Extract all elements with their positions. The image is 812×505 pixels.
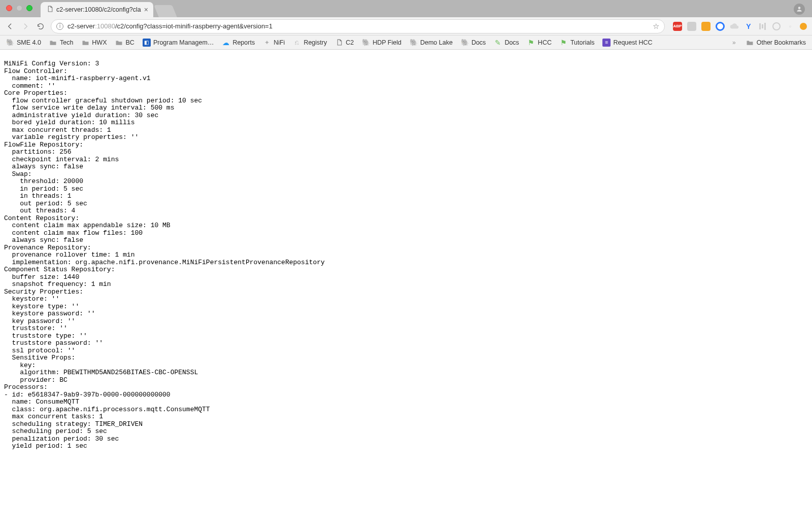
forward-button[interactable]	[20, 21, 30, 31]
bookmarks-bar: 🐘SME 4.0TechHWXBC◧Program Managem…☁Repor…	[0, 35, 812, 50]
toolbar: i c2-server:10080/c2/config?class=iot-mi…	[0, 17, 812, 35]
list-icon: ≡	[602, 39, 611, 47]
bookmark-item[interactable]: ⚑HCC	[527, 39, 552, 47]
new-tab-button[interactable]	[154, 5, 177, 17]
bookmark-item[interactable]: ⎌Registry	[293, 39, 327, 47]
tutorials-icon: ⚑	[560, 39, 568, 47]
extension-icons: ABP Y ◦	[670, 22, 807, 31]
reload-button[interactable]	[36, 21, 46, 31]
page-icon	[47, 6, 53, 14]
tab-close-button[interactable]: ×	[144, 6, 148, 14]
bookmark-item[interactable]: ⚑Tutorials	[560, 39, 594, 47]
bookmark-label: SME 4.0	[17, 39, 41, 46]
maximize-window-button[interactable]	[26, 5, 32, 11]
bookmark-item[interactable]: HWX	[81, 39, 107, 47]
tab-title: c2-server:10080/c2/config?cla	[56, 6, 141, 13]
bookmark-label: Tutorials	[570, 39, 594, 46]
bookmark-label: Reports	[232, 39, 255, 46]
close-window-button[interactable]	[6, 5, 12, 11]
extension-icon[interactable]	[687, 22, 696, 31]
elephant-icon: 🐘	[6, 39, 14, 47]
other-bookmarks[interactable]: Other Bookmarks	[746, 39, 806, 47]
bookmark-star-icon[interactable]: ☆	[653, 22, 659, 31]
bookmark-item[interactable]: Tech	[49, 39, 73, 47]
bookmark-label: Docs	[471, 39, 486, 46]
browser-tab[interactable]: c2-server:10080/c2/config?cla ×	[41, 2, 153, 17]
file-icon	[335, 39, 343, 47]
overflow-icon[interactable]: »	[732, 39, 735, 46]
extension-icon[interactable]	[716, 22, 725, 31]
svg-point-0	[798, 7, 801, 9]
folder-icon	[115, 39, 123, 47]
bookmark-item[interactable]: 🐘Docs	[461, 39, 486, 47]
extension-icon[interactable]	[772, 22, 781, 30]
bookmark-item[interactable]: 🐘HDP Field	[362, 39, 401, 47]
tab-strip: c2-server:10080/c2/config?cla ×	[0, 0, 812, 17]
bookmark-label: NiFi	[274, 39, 285, 46]
elephant-icon: 🐘	[410, 39, 418, 47]
cloud-icon: ☁	[222, 39, 230, 47]
bookmark-item[interactable]: ✎Docs	[494, 39, 519, 47]
adblock-extension-icon[interactable]: ABP	[673, 22, 682, 31]
bookmark-label: C2	[346, 39, 354, 46]
elephant-icon: 🐘	[461, 39, 469, 47]
bookmark-label: HWX	[92, 39, 107, 46]
bookmark-label: HDP Field	[373, 39, 401, 46]
bookmark-item[interactable]: ☁Reports	[222, 39, 255, 47]
bookmark-item[interactable]: ≡Request HCC	[602, 39, 652, 47]
bookmark-label: Request HCC	[613, 39, 652, 46]
bookmark-item[interactable]: C2	[335, 39, 354, 47]
folder-icon	[49, 39, 57, 47]
app-icon: ◧	[143, 39, 151, 47]
registry-icon: ⎌	[293, 39, 301, 47]
bookmark-item[interactable]: BC	[115, 39, 134, 47]
nifi-icon: ✦	[263, 39, 271, 47]
url-text: c2-server:10080/c2/config?class=iot-mini…	[67, 22, 273, 30]
bookmark-label: HCC	[538, 39, 552, 46]
bookmark-label: BC	[126, 39, 134, 46]
folder-icon	[81, 39, 89, 47]
bookmark-label: Demo Lake	[420, 39, 453, 46]
page-body-text: MiNiFi Config Version: 3 Flow Controller…	[0, 56, 812, 454]
minimize-window-button[interactable]	[16, 5, 22, 11]
address-bar[interactable]: i c2-server:10080/c2/config?class=iot-mi…	[51, 19, 665, 33]
extension-icon[interactable]	[701, 22, 710, 31]
extension-icon[interactable]: ◦	[786, 22, 795, 31]
back-button[interactable]	[5, 21, 15, 31]
docs-icon: ✎	[494, 39, 502, 47]
bookmark-label: Docs	[504, 39, 519, 46]
bookmark-label: Tech	[60, 39, 73, 46]
bookmark-item[interactable]: ✦NiFi	[263, 39, 285, 47]
window-controls	[6, 5, 32, 11]
elephant-icon: 🐘	[362, 39, 370, 47]
hcc-icon: ⚑	[527, 39, 535, 47]
site-info-icon[interactable]: i	[56, 23, 63, 30]
bookmark-item[interactable]: 🐘Demo Lake	[410, 39, 453, 47]
extension-icon[interactable]: Y	[744, 22, 753, 31]
bookmark-item[interactable]: 🐘SME 4.0	[6, 39, 41, 47]
extension-icon[interactable]	[730, 22, 739, 31]
bookmark-label: Program Managem…	[153, 39, 214, 46]
profile-button[interactable]	[794, 4, 805, 15]
bookmark-label: Registry	[303, 39, 327, 46]
other-bookmarks-label: Other Bookmarks	[757, 39, 806, 46]
browser-chrome: c2-server:10080/c2/config?cla × i c2-ser…	[0, 0, 812, 50]
extension-icon[interactable]	[800, 23, 807, 30]
folder-icon	[746, 39, 754, 47]
bookmark-item[interactable]: ◧Program Managem…	[143, 39, 214, 47]
extension-icon[interactable]	[758, 22, 767, 31]
